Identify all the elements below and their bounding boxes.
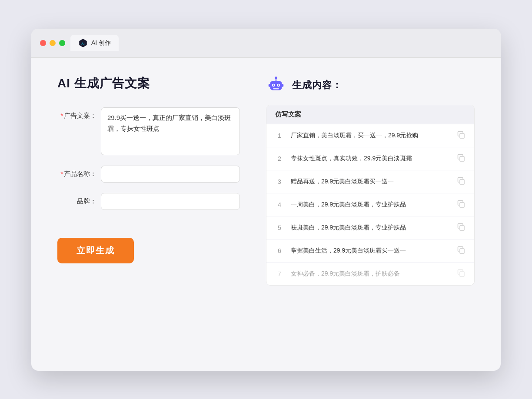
row-number: 2 <box>275 155 284 162</box>
svg-rect-18 <box>460 272 464 276</box>
result-title: 生成内容： <box>292 79 342 92</box>
svg-point-6 <box>278 84 279 86</box>
result-row: 6掌握美白生活，29.9元美白淡斑霜买一送一 <box>266 239 474 263</box>
copy-icon[interactable] <box>457 223 466 233</box>
robot-icon <box>266 75 286 95</box>
row-text: 赠品再送，29.9元美白淡斑霜买一送一 <box>291 177 450 186</box>
browser-window: AI AI 创作 AI 生成广告文案 *广告文案： 29.9买一送一，真正的厂家… <box>31 29 501 371</box>
tab-label: AI 创作 <box>91 39 111 47</box>
row-text: 掌握美白生活，29.9元美白淡斑霜买一送一 <box>291 246 450 255</box>
brand-label: 品牌： <box>57 193 96 206</box>
product-name-input[interactable]: 美白淡斑霜 <box>101 166 240 183</box>
result-rows-container: 1厂家直销，美白淡斑霜，买一送一，29.9元抢购 2专抹女性斑点，真实功效，29… <box>266 124 474 285</box>
right-panel: 生成内容： 仿写文案 1厂家直销，美白淡斑霜，买一送一，29.9元抢购 2专抹女… <box>266 75 475 353</box>
result-row: 1厂家直销，美白淡斑霜，买一送一，29.9元抢购 <box>266 124 474 147</box>
row-number: 6 <box>275 247 284 254</box>
copy-icon[interactable] <box>457 246 466 256</box>
svg-rect-16 <box>460 226 464 230</box>
ai-tab[interactable]: AI AI 创作 <box>70 35 119 51</box>
copy-icon[interactable] <box>457 153 466 164</box>
left-panel: AI 生成广告文案 *广告文案： 29.9买一送一，真正的厂家直销，美白淡斑霜，… <box>57 75 240 353</box>
result-row: 2专抹女性斑点，真实功效，29.9元美白淡斑霜 <box>266 147 474 170</box>
result-header: 生成内容： <box>266 75 475 95</box>
content-area: AI 生成广告文案 *广告文案： 29.9买一送一，真正的厂家直销，美白淡斑霜，… <box>31 58 501 371</box>
generate-button[interactable]: 立即生成 <box>57 238 134 263</box>
row-text: 女神必备，29.9元美白淡斑霜，护肤必备 <box>291 269 450 278</box>
row-text: 专抹女性斑点，真实功效，29.9元美白淡斑霜 <box>291 154 450 163</box>
row-text: 厂家直销，美白淡斑霜，买一送一，29.9元抢购 <box>291 131 450 140</box>
svg-point-5 <box>273 84 274 86</box>
svg-rect-14 <box>460 180 464 184</box>
maximize-button[interactable] <box>59 40 65 46</box>
row-number: 4 <box>275 201 284 208</box>
page-title: AI 生成广告文案 <box>57 75 240 92</box>
row-number: 3 <box>275 178 284 185</box>
svg-rect-11 <box>282 84 283 87</box>
copy-icon[interactable] <box>457 176 466 187</box>
svg-rect-17 <box>460 249 464 253</box>
result-table: 仿写文案 1厂家直销，美白淡斑霜，买一送一，29.9元抢购 2专抹女性斑点，真实… <box>266 105 475 286</box>
svg-rect-10 <box>269 84 270 87</box>
svg-point-8 <box>275 76 277 79</box>
result-row: 7女神必备，29.9元美白淡斑霜，护肤必备 <box>266 263 474 285</box>
traffic-lights <box>40 40 65 46</box>
ad-copy-required: * <box>60 112 63 119</box>
product-name-required: * <box>60 170 63 177</box>
row-number: 5 <box>275 224 284 231</box>
svg-text:AI: AI <box>81 41 84 45</box>
product-name-row: *产品名称： 美白淡斑霜 <box>57 166 240 183</box>
result-row: 3赠品再送，29.9元美白淡斑霜买一送一 <box>266 170 474 193</box>
copy-icon[interactable] <box>457 130 466 141</box>
row-text: 一周美白，29.9元美白淡斑霜，专业护肤品 <box>291 200 450 209</box>
result-row: 4一周美白，29.9元美白淡斑霜，专业护肤品 <box>266 193 474 216</box>
brand-row: 品牌： 好白 <box>57 193 240 210</box>
svg-rect-15 <box>460 203 464 207</box>
ad-copy-label: *广告文案： <box>57 107 96 120</box>
result-table-header: 仿写文案 <box>266 105 474 124</box>
copy-icon[interactable] <box>457 200 466 210</box>
row-text: 祛斑美白，29.9元美白淡斑霜，专业护肤品 <box>291 223 450 232</box>
ad-copy-input[interactable]: 29.9买一送一，真正的厂家直销，美白淡斑霜，专抹女性斑点 <box>101 107 240 155</box>
row-number: 7 <box>275 270 284 277</box>
copy-icon[interactable] <box>457 269 466 279</box>
result-row: 5祛斑美白，29.9元美白淡斑霜，专业护肤品 <box>266 216 474 239</box>
svg-rect-9 <box>273 88 279 89</box>
svg-rect-13 <box>460 156 464 161</box>
title-bar: AI AI 创作 <box>31 29 501 58</box>
minimize-button[interactable] <box>50 40 56 46</box>
svg-rect-12 <box>460 133 464 138</box>
brand-input[interactable]: 好白 <box>101 193 240 210</box>
row-number: 1 <box>275 132 284 139</box>
product-name-label: *产品名称： <box>57 166 96 178</box>
close-button[interactable] <box>40 40 46 46</box>
ad-copy-row: *广告文案： 29.9买一送一，真正的厂家直销，美白淡斑霜，专抹女性斑点 <box>57 107 240 155</box>
ai-tab-icon: AI <box>78 38 88 48</box>
